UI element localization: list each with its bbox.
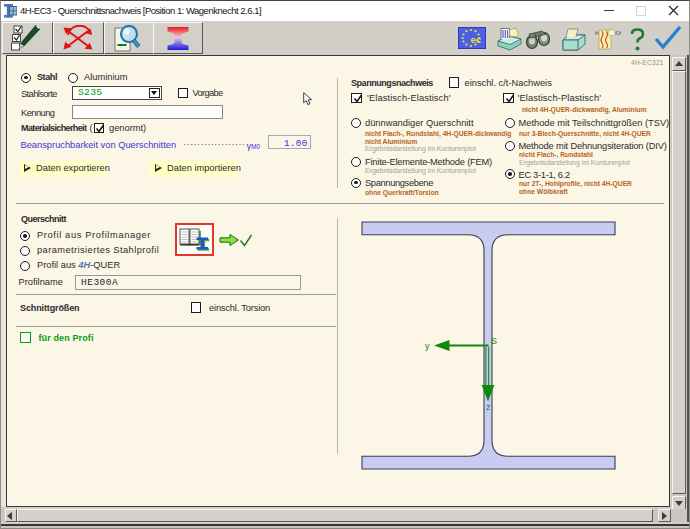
svg-text:ec: ec — [471, 34, 482, 45]
svg-text:y: y — [425, 341, 430, 351]
svg-text:S: S — [491, 336, 497, 346]
svg-text:z: z — [486, 402, 491, 412]
